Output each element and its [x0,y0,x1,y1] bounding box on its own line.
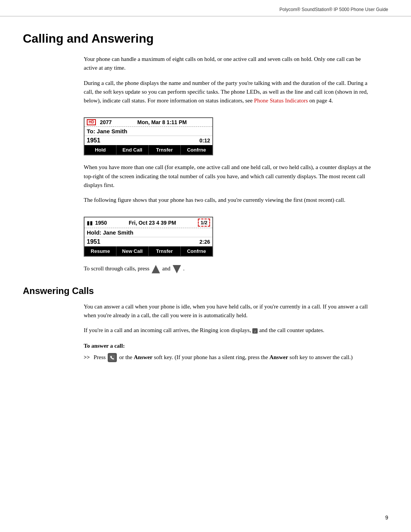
chapter-title: Calling and Answering [23,32,388,46]
screen1-softkeys: Hold End Call Trnsfer Confrne [84,145,212,155]
screen2-softkeys: Resume New Call Trnsfer Confrne [84,246,212,256]
answering-paragraph-1: You can answer a call when your phone is… [84,302,373,320]
answer-bold-2: Answer [269,354,288,360]
screen1-ext: 2077 [100,119,112,125]
page-header: Polycom® SoundStation® IP 5000 Phone Use… [0,0,411,16]
softkey-confrne-1[interactable]: Confrne [181,145,212,155]
screen2-number: 1951 [87,238,100,245]
screen2-callee: Hold: Jane Smith [84,228,212,237]
answer-bold-1: Answer [134,354,152,360]
chevron-right-icon: >> [84,353,90,362]
intro-paragraph-1: Your phone can handle a maximum of eight… [84,55,373,73]
procedure-label: To answer a call: [84,343,373,349]
softkey-transfer-1[interactable]: Trnsfer [149,145,181,155]
header-text: Polycom® SoundStation® IP 5000 Phone Use… [279,7,388,12]
call-counter: 1/2 [198,219,210,227]
multi-call-paragraph: When you have more than one call (for ex… [84,163,373,190]
softkey-confrne-2[interactable]: Confrne [181,246,212,256]
svg-rect-2 [109,355,115,361]
procedure-step-1: >> Press or the Answer soft key. (If you… [84,353,373,363]
phone-line-icon: ▮▮ [87,220,93,226]
svg-text:♪: ♪ [254,329,256,333]
page-number: 9 [385,514,388,521]
scroll-instruction: To scroll through calls, press and . [84,264,373,273]
screen2-row1: ▮▮ 1950 Fri, Oct 23 4 39 PM 1/2 [84,217,212,228]
screen1-number: 1951 [87,137,100,144]
arrow-down-icon [173,265,181,273]
screen1-datetime: Mon, Mar 8 1:11 PM [114,119,210,125]
answer-phone-icon [108,353,117,362]
answering-paragraph-2: If you're in a call and an incoming call… [84,326,373,335]
status-indicators-link[interactable]: Phone Status Indicators [254,97,308,104]
softkey-endcall[interactable]: End Call [116,145,148,155]
screen2-number-row: 1951 2:26 [84,237,212,246]
intro-paragraph-2: During a call, the phone displays the na… [84,79,373,105]
softkey-transfer-2[interactable]: Trnsfer [149,246,181,256]
hd-badge: HD [87,119,96,125]
screen1-row1: HD 2077 Mon, Mar 8 1:11 PM [84,118,212,127]
softkey-newcall[interactable]: New Call [116,246,148,256]
screen2-timer: 2:26 [199,239,210,245]
ringing-icon: ♪ [252,328,258,334]
screen1-timer: 0:12 [199,137,210,144]
screen1-callee: To: Jane Smith [84,127,212,136]
screen2-datetime: Fri, Oct 23 4 39 PM [109,220,196,226]
softkey-resume[interactable]: Resume [84,246,116,256]
screen2-ext: 1950 [95,220,107,226]
figure-description-paragraph: The following figure shows that your pho… [84,196,373,204]
arrow-up-icon [151,265,160,273]
phone-screen-2: ▮▮ 1950 Fri, Oct 23 4 39 PM 1/2 Hold: Ja… [84,217,213,257]
screen1-number-row: 1951 0:12 [84,136,212,145]
softkey-hold[interactable]: Hold [84,145,116,155]
phone-screen-1: HD 2077 Mon, Mar 8 1:11 PM To: Jane Smit… [84,117,213,155]
answering-calls-title: Answering Calls [23,286,388,296]
